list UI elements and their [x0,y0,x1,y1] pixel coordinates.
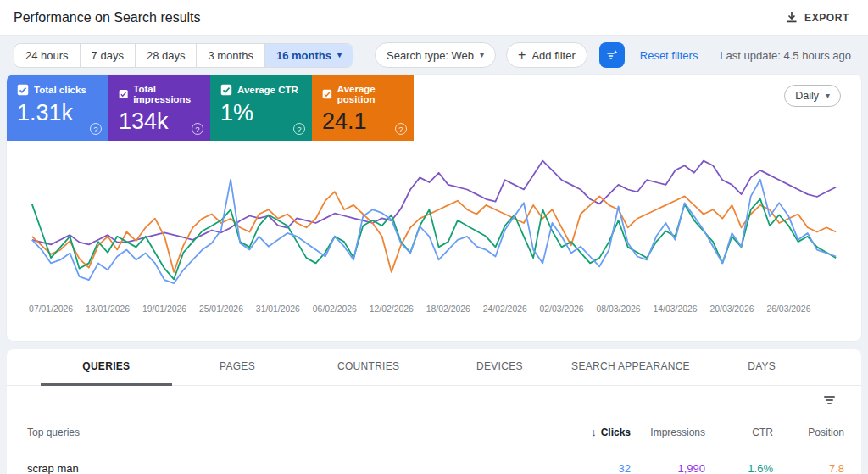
last-update-text: Last update: 4.5 hours ago [720,49,851,62]
chevron-down-icon: ▾ [337,51,342,59]
tile-value-text: 1.31k [17,100,98,126]
granularity-dropdown[interactable]: Daily ▾ [784,85,841,107]
cell-position: 7.8 [773,462,844,474]
x-axis-label: 31/01/2026 [256,304,300,314]
range-7-days[interactable]: 7 days [81,44,136,67]
plus-icon: + [518,47,526,63]
table-header-row: Top queries ↓ Clicks Impressions CTR Pos… [7,415,861,449]
help-icon[interactable]: ? [293,123,305,135]
tile-label-text: Total impressions [133,84,200,104]
chevron-down-icon: ▾ [826,92,830,100]
tab-pages[interactable]: PAGES [172,349,303,386]
x-axis-label: 06/02/2026 [313,304,357,314]
filter-bar: 24 hours 7 days 28 days 3 months 16 mont… [0,36,868,75]
col-top-queries[interactable]: Top queries [27,427,556,438]
x-axis-label: 13/01/2026 [86,304,130,314]
tile-total-impressions[interactable]: Total impressions 134k ? [108,75,210,141]
top-bar: Performance on Search results EXPORT [0,0,868,36]
table-row[interactable]: scrap man 32 1,990 1.6% 7.8 [7,449,861,474]
x-axis-label: 26/03/2026 [766,304,810,314]
tile-label-text: Total clicks [34,85,86,95]
tab-search-appearance[interactable]: SEARCH APPEARANCE [565,349,697,386]
x-axis-label: 02/03/2026 [540,304,584,314]
results-table-card: QUERIES PAGES COUNTRIES DEVICES SEARCH A… [7,349,861,474]
export-label: EXPORT [804,12,849,24]
performance-chart[interactable]: 07/01/202613/01/202619/01/202625/01/2026… [14,149,854,334]
search-type-dropdown[interactable]: Search type: Web ▾ [375,42,496,68]
tile-label-text: Average position [337,84,403,104]
metric-tiles: Total clicks 1.31k ? Total impressions 1… [7,75,861,141]
tile-average-ctr[interactable]: Average CTR 1% ? [210,75,312,141]
tab-devices[interactable]: DEVICES [434,349,565,386]
tab-days[interactable]: DAYS [696,349,827,386]
tile-value-text: 24.1 [322,109,403,135]
series-line-1[interactable] [32,161,836,245]
tab-queries[interactable]: QUERIES [41,349,172,386]
col-clicks[interactable]: ↓ Clicks [556,426,631,438]
x-axis-label: 24/02/2026 [483,304,527,314]
col-ctr[interactable]: CTR [705,427,773,438]
col-label: Clicks [601,427,631,438]
date-range-segmented-control: 24 hours 7 days 28 days 3 months 16 mont… [14,43,353,68]
x-axis-label: 19/01/2026 [142,304,186,314]
x-axis-label: 20/03/2026 [709,304,754,314]
performance-chart-card: Total clicks 1.31k ? Total impressions 1… [7,75,861,341]
col-position[interactable]: Position [773,427,844,438]
search-type-label: Search type: Web [387,49,474,62]
reset-filters-link[interactable]: Reset filters [640,49,698,62]
tile-value-text: 1% [220,100,302,126]
range-label: 7 days [92,49,124,62]
divider [364,44,364,66]
add-filter-button[interactable]: + Add filter [506,42,587,68]
download-icon [786,11,798,24]
x-axis-label: 18/02/2026 [426,304,470,314]
cell-ctr: 1.6% [705,462,773,474]
checkbox-checked-icon[interactable] [119,88,128,100]
range-label: 3 months [208,49,253,62]
range-label: 24 hours [25,49,69,62]
export-button[interactable]: EXPORT [786,11,849,24]
add-filter-label: Add filter [531,49,575,62]
tile-value-text: 134k [119,109,200,135]
cell-query: scrap man [27,462,556,474]
sort-arrow-icon: ↓ [591,426,597,438]
filter-settings-button[interactable] [599,42,625,68]
x-axis-label: 14/03/2026 [653,304,697,314]
tile-average-position[interactable]: Average position 24.1 ? [312,75,414,141]
tile-label-text: Average CTR [237,85,298,95]
cell-clicks: 32 [556,462,631,474]
granularity-label: Daily [795,90,819,102]
table-tabs: QUERIES PAGES COUNTRIES DEVICES SEARCH A… [7,349,861,386]
checkbox-checked-icon[interactable] [220,84,232,96]
help-icon[interactable]: ? [90,123,102,135]
x-axis-label: 08/03/2026 [597,304,641,314]
table-toolbar [7,386,861,415]
x-axis-label: 07/01/2026 [29,304,73,314]
chart-zone: 07/01/202613/01/202619/01/202625/01/2026… [14,149,854,337]
range-3-months[interactable]: 3 months [197,44,264,67]
tile-total-clicks[interactable]: Total clicks 1.31k ? [7,75,108,141]
checkbox-checked-icon[interactable] [17,84,29,96]
range-label: 16 months [276,49,331,62]
range-16-months[interactable]: 16 months ▾ [265,44,353,67]
checkbox-checked-icon[interactable] [322,88,332,100]
tab-countries[interactable]: COUNTRIES [303,349,434,386]
page-title: Performance on Search results [14,10,201,25]
x-axis-label: 12/02/2026 [370,304,414,314]
filter-list-icon[interactable] [824,396,835,404]
col-impressions[interactable]: Impressions [631,427,705,438]
chevron-down-icon: ▾ [480,51,484,59]
range-label: 28 days [147,49,186,62]
range-24-hours[interactable]: 24 hours [14,44,81,67]
help-icon[interactable]: ? [395,123,407,135]
help-icon[interactable]: ? [192,123,203,135]
cell-impressions: 1,990 [631,462,705,474]
range-28-days[interactable]: 28 days [136,44,198,67]
filter-sparkle-icon [605,48,619,62]
x-axis-label: 25/01/2026 [199,304,243,314]
